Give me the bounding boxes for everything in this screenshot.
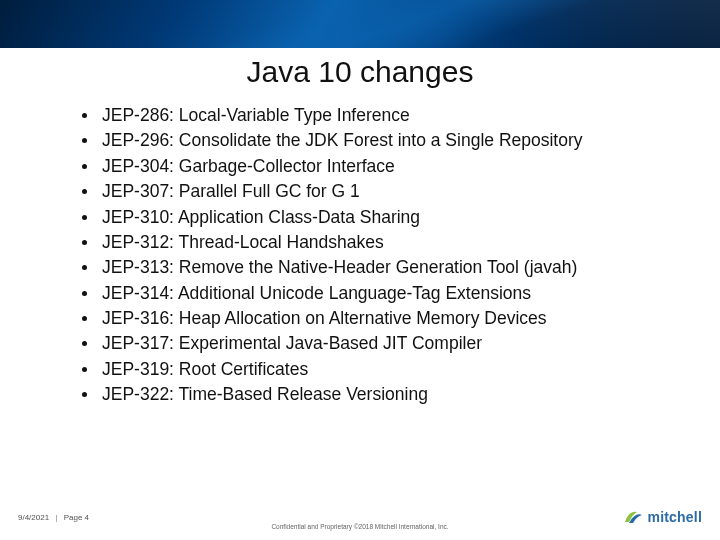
bullet-text: JEP-316: Heap Allocation on Alternative … xyxy=(102,308,547,328)
list-item: JEP-304: Garbage-Collector Interface xyxy=(80,154,680,179)
list-item: JEP-319: Root Certificates xyxy=(80,357,680,382)
list-item: JEP-322: Time-Based Release Versioning xyxy=(80,382,680,407)
list-item: JEP-314: Additional Unicode Language-Tag… xyxy=(80,281,680,306)
footer-page: Page 4 xyxy=(64,513,89,522)
footer-logo: mitchell xyxy=(623,508,702,526)
slide-title: Java 10 changes xyxy=(0,55,720,89)
list-item: JEP-313: Remove the Native-Header Genera… xyxy=(80,255,680,280)
list-item: JEP-310: Application Class-Data Sharing xyxy=(80,205,680,230)
bullet-text: JEP-312: Thread-Local Handshakes xyxy=(102,232,384,252)
bullet-text: JEP-307: Parallel Full GC for G 1 xyxy=(102,181,360,201)
bullet-text: JEP-296: Consolidate the JDK Forest into… xyxy=(102,130,583,150)
logo-swoosh-icon xyxy=(623,508,643,526)
bullet-text: JEP-313: Remove the Native-Header Genera… xyxy=(102,257,577,277)
list-item: JEP-316: Heap Allocation on Alternative … xyxy=(80,306,680,331)
bullet-text: JEP-314: Additional Unicode Language-Tag… xyxy=(102,283,531,303)
slide: Java 10 changes JEP-286: Local-Variable … xyxy=(0,0,720,540)
bullet-text: JEP-322: Time-Based Release Versioning xyxy=(102,384,428,404)
list-item: JEP-307: Parallel Full GC for G 1 xyxy=(80,179,680,204)
footer-separator: | xyxy=(55,513,57,522)
footer-left: 9/4/2021 | Page 4 xyxy=(18,513,89,522)
bullet-text: JEP-304: Garbage-Collector Interface xyxy=(102,156,395,176)
footer: 9/4/2021 | Page 4 mitchell xyxy=(0,500,720,540)
header-band xyxy=(0,0,720,48)
logo-text: mitchell xyxy=(647,509,702,525)
bullet-text: JEP-310: Application Class-Data Sharing xyxy=(102,207,420,227)
list-item: JEP-296: Consolidate the JDK Forest into… xyxy=(80,128,680,153)
list-item: JEP-286: Local-Variable Type Inference xyxy=(80,103,680,128)
bullet-text: JEP-317: Experimental Java-Based JIT Com… xyxy=(102,333,482,353)
bullet-list: JEP-286: Local-Variable Type Inference J… xyxy=(80,103,680,408)
bullet-text: JEP-286: Local-Variable Type Inference xyxy=(102,105,410,125)
bullet-text: JEP-319: Root Certificates xyxy=(102,359,308,379)
footer-date: 9/4/2021 xyxy=(18,513,49,522)
list-item: JEP-317: Experimental Java-Based JIT Com… xyxy=(80,331,680,356)
list-item: JEP-312: Thread-Local Handshakes xyxy=(80,230,680,255)
